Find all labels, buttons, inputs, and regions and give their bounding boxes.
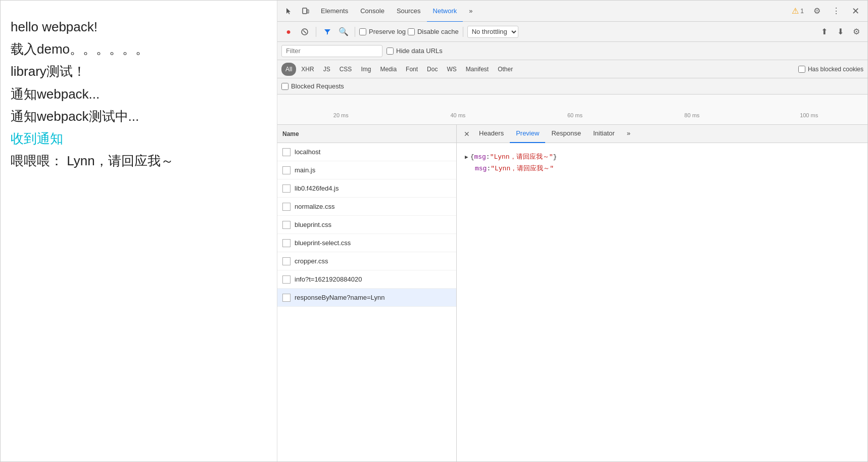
svg-rect-1 [307,10,309,13]
file-name: localhost [295,148,320,156]
toolbar-row: ● 🔍 Preserve log Disable cache No thrott… [277,22,867,42]
page-line: library测试！ [11,60,267,82]
has-blocked-cookies-toggle[interactable]: Has blocked cookies [798,66,863,73]
preview-tab-more[interactable]: » [621,125,637,143]
file-list: localhostmain.jslib0.f426fed4.jsnormaliz… [277,143,456,461]
file-icon [282,184,291,193]
type-filter-manifest[interactable]: Manifest [462,63,493,76]
file-icon [282,221,291,229]
file-name: blueprint-select.css [295,239,351,247]
tab-sources[interactable]: Sources [391,1,427,22]
file-icon [282,239,291,247]
file-name: main.js [295,166,315,174]
type-filter-js[interactable]: JS [319,63,334,76]
page-line: 收到通知 [11,127,267,150]
disable-cache-toggle[interactable]: Disable cache [408,28,459,35]
file-icon [282,166,291,174]
throttle-select[interactable]: No throttling [467,26,518,38]
preview-close-button[interactable]: ✕ [461,128,473,140]
warning-badge[interactable]: ⚠ 1 [789,5,807,17]
type-filter-xhr[interactable]: XHR [297,63,318,76]
file-row[interactable]: lib0.f426fed4.js [277,179,456,198]
record-button[interactable]: ● [281,25,296,39]
preview-tab-initiator[interactable]: Initiator [587,125,621,143]
file-row[interactable]: localhost [277,143,456,161]
export-icon[interactable]: ⬇ [833,25,847,39]
page-line: 通知webpack测试中... [11,105,267,127]
expand-arrow[interactable]: ▶ [465,153,468,163]
file-row[interactable]: info?t=1621920884020 [277,270,456,289]
file-name: info?t=1621920884020 [295,275,362,283]
settings-icon[interactable]: ⚙ [809,3,825,19]
more-icon[interactable]: ⋮ [828,3,844,19]
type-filter-img[interactable]: Img [357,63,375,76]
devtools-panel: ElementsConsoleSourcesNetwork» ⚠ 1 ⚙ ⋮ ✕… [277,1,867,461]
file-name: responseByName?name=Lynn [295,294,384,301]
svg-rect-0 [303,8,307,14]
filter-icon[interactable] [320,25,334,39]
tab-network[interactable]: Network [427,1,463,22]
file-row[interactable]: main.js [277,161,456,179]
type-filter-media[interactable]: Media [376,63,401,76]
type-filter-doc[interactable]: Doc [423,63,442,76]
hide-data-urls-toggle[interactable]: Hide data URLs [387,47,443,55]
preview-panel: ✕ HeadersPreviewResponseInitiator» ▶ { m… [457,125,867,461]
tab-more[interactable]: » [463,1,478,22]
blocked-requests-checkbox[interactable] [281,83,288,90]
file-list-panel: Name localhostmain.jslib0.f426fed4.jsnor… [277,125,457,461]
disable-cache-checkbox[interactable] [408,28,415,35]
page-line: 通知webpack... [11,83,267,105]
type-filter-other[interactable]: Other [494,63,517,76]
file-name: cropper.css [295,257,328,265]
file-row[interactable]: normalize.css [277,198,456,216]
file-row[interactable]: cropper.css [277,252,456,270]
blocked-requests-row: Blocked Requests [277,78,867,95]
file-icon [282,257,291,265]
timeline-label: 20 ms [282,112,400,118]
timeline-label: 100 ms [750,112,867,118]
preview-tabs-row: ✕ HeadersPreviewResponseInitiator» [457,125,867,143]
main-content: Name localhostmain.jslib0.f426fed4.jsnor… [277,125,867,461]
tab-console[interactable]: Console [354,1,391,22]
json-property: msg : "Lynn，请回应我～" [475,163,859,174]
preserve-log-toggle[interactable]: Preserve log [359,28,406,35]
file-icon [282,203,291,211]
clear-button[interactable] [298,25,312,39]
page-line: 载入demo。。。。。。 [11,38,267,60]
file-list-header: Name [277,125,456,143]
tab-elements[interactable]: Elements [315,1,354,22]
cursor-icon[interactable] [280,3,297,19]
settings2-icon[interactable]: ⚙ [849,25,863,39]
svg-line-3 [303,30,306,33]
preview-tab-response[interactable]: Response [545,125,587,143]
preview-tab-headers[interactable]: Headers [473,125,510,143]
tab-right-icons: ⚠ 1 ⚙ ⋮ ✕ [789,3,864,19]
file-name: normalize.css [295,203,334,210]
type-filter-font[interactable]: Font [402,63,422,76]
page-area: hello webpack!载入demo。。。。。。library测试！通知we… [1,1,277,461]
file-row[interactable]: responseByName?name=Lynn [277,289,456,307]
type-filter-all[interactable]: All [281,63,296,76]
import-icon[interactable]: ⬆ [817,25,831,39]
json-root[interactable]: ▶ { msg : "Lynn，请回应我～" } [465,151,859,163]
file-row[interactable]: blueprint.css [277,216,456,234]
timeline-label: 60 ms [516,112,634,118]
timeline-header: 20 ms40 ms60 ms80 ms100 ms [277,95,867,125]
has-blocked-cookies-checkbox[interactable] [798,66,805,73]
timeline-label: 40 ms [400,112,517,118]
search-icon[interactable]: 🔍 [336,25,351,39]
timeline-labels: 20 ms40 ms60 ms80 ms100 ms [282,112,867,120]
file-row[interactable]: blueprint-select.css [277,234,456,252]
preview-tab-preview[interactable]: Preview [510,125,545,143]
filter-input[interactable] [281,45,382,57]
device-icon[interactable] [298,3,314,19]
file-name: lib0.f426fed4.js [295,184,339,192]
close-icon[interactable]: ✕ [847,3,863,19]
preserve-log-checkbox[interactable] [359,28,366,35]
page-line: 喂喂喂： Lynn，请回应我～ [11,150,267,172]
type-filter-ws[interactable]: WS [443,63,460,76]
file-name: blueprint.css [295,221,331,228]
tabs-row: ElementsConsoleSourcesNetwork» ⚠ 1 ⚙ ⋮ ✕ [277,1,867,22]
hide-data-urls-checkbox[interactable] [387,48,394,55]
type-filter-css[interactable]: CSS [335,63,356,76]
